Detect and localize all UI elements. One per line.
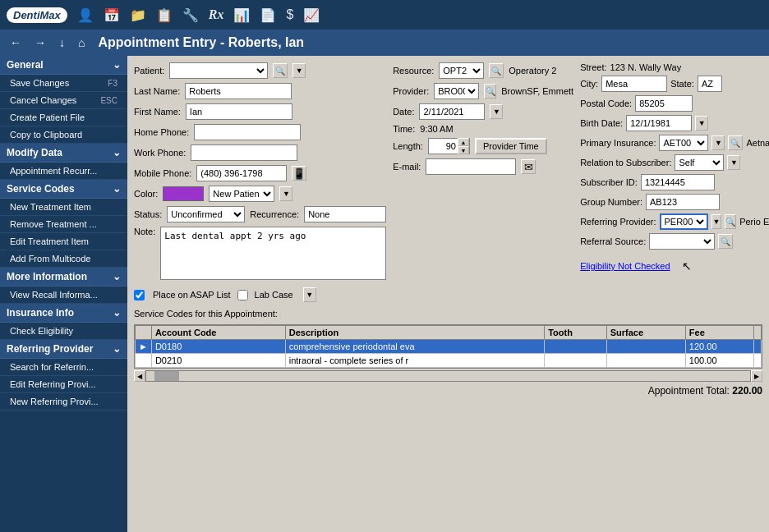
sidebar-item-edit-referring-provi[interactable]: Edit Referring Provi...: [0, 376, 127, 393]
rx-icon[interactable]: Rx: [209, 7, 224, 22]
city-input[interactable]: [601, 76, 667, 92]
sidebar-item-new-treatment-item[interactable]: New Treatment Item: [0, 199, 127, 216]
sidebar-item-add-from-multicode[interactable]: Add From Multicode: [0, 250, 127, 268]
referring-provider-dropdown-button[interactable]: ▼: [711, 214, 721, 229]
birth-date-dropdown-button[interactable]: ▼: [695, 116, 708, 131]
color-dropdown-button[interactable]: ▼: [279, 186, 292, 201]
scrollbar-thumb[interactable]: [154, 371, 179, 381]
sidebar-section-modify-data[interactable]: Modify Data ⌄: [0, 144, 127, 163]
appointment-total-label: Appointment Total:: [648, 385, 730, 397]
chart-icon[interactable]: 📊: [233, 7, 250, 23]
billing-icon[interactable]: $: [286, 7, 293, 22]
asap-dropdown-button[interactable]: ▼: [303, 287, 316, 302]
status-select[interactable]: Unconfirmed: [167, 206, 245, 222]
length-down-button[interactable]: ▼: [458, 146, 469, 154]
patient-dropdown-button[interactable]: ▼: [292, 63, 306, 78]
row-indicator: [136, 354, 152, 368]
patient-select[interactable]: [169, 62, 268, 79]
sidebar-section-general[interactable]: General ⌄: [0, 56, 127, 75]
sidebar-item-create-patient-file[interactable]: Create Patient File: [0, 109, 127, 126]
home-phone-input[interactable]: [194, 124, 301, 140]
date-dropdown-button[interactable]: ▼: [490, 104, 503, 119]
first-name-input[interactable]: [186, 103, 292, 120]
forward-button[interactable]: →: [35, 36, 46, 49]
folder-icon[interactable]: 📁: [130, 7, 146, 23]
patients-icon[interactable]: 👤: [77, 7, 94, 23]
sidebar-item-save-changes[interactable]: Save Changes F3: [0, 75, 127, 92]
note-textarea[interactable]: Last dental appt 2 yrs ago: [160, 227, 386, 280]
sidebar-item-edit-treatment-item[interactable]: Edit Treatment Item: [0, 233, 127, 250]
mobile-phone-row: Mobile Phone: 📱: [134, 165, 386, 181]
scrollbar-track[interactable]: [145, 370, 751, 382]
lab-case-checkbox[interactable]: [237, 290, 248, 300]
postal-input[interactable]: [635, 95, 693, 112]
resource-select[interactable]: OPT2: [439, 62, 484, 79]
work-phone-input[interactable]: [191, 144, 297, 161]
reports-icon[interactable]: 📈: [303, 7, 320, 23]
col-scroll: [754, 326, 762, 340]
primary-insurance-select[interactable]: AET00: [659, 135, 708, 151]
sidebar-item-copy-to-clipboard[interactable]: Copy to Clipboard: [0, 126, 127, 144]
provider-search-button[interactable]: 🔍: [484, 84, 496, 99]
referral-source-select[interactable]: [649, 233, 715, 250]
eligibility-status-link[interactable]: Eligibility Not Checked: [580, 261, 670, 271]
back-button[interactable]: ←: [10, 36, 21, 49]
sidebar-item-appointment-recurr[interactable]: Appointment Recurr...: [0, 163, 127, 180]
document-icon[interactable]: 📄: [260, 7, 276, 23]
horizontal-scrollbar[interactable]: ◀ ▶: [134, 370, 762, 382]
email-input[interactable]: [426, 158, 516, 175]
asap-label: Place on ASAP List: [153, 290, 231, 300]
last-name-input[interactable]: [185, 83, 292, 99]
length-up-button[interactable]: ▲: [458, 138, 469, 146]
sidebar-item-remove-treatment[interactable]: Remove Treatment ...: [0, 216, 127, 233]
sidebar-item-view-recall-info[interactable]: View Recall Informa...: [0, 287, 127, 304]
primary-insurance-dropdown-button[interactable]: ▼: [711, 135, 725, 150]
date-input[interactable]: [419, 103, 485, 120]
sidebar-section-service-codes[interactable]: Service Codes ⌄: [0, 180, 127, 199]
sidebar-section-referring-provider[interactable]: Referring Provider ⌄: [0, 340, 127, 359]
sidebar-item-cancel-changes[interactable]: Cancel Changes ESC: [0, 92, 127, 109]
mobile-phone-input[interactable]: [196, 165, 287, 181]
tooth-cell: [545, 354, 606, 368]
relation-select[interactable]: Self: [675, 154, 724, 171]
birth-date-input[interactable]: [626, 115, 692, 131]
table-row[interactable]: ► D0180 comprehensive periodontal eva 12…: [136, 340, 762, 354]
down-button[interactable]: ↓: [59, 36, 65, 49]
email-action-button[interactable]: ✉: [521, 159, 536, 174]
color-select[interactable]: New Patien: [209, 186, 274, 202]
mobile-phone-action-button[interactable]: 📱: [292, 166, 306, 181]
length-input[interactable]: [429, 141, 458, 151]
asap-checkbox[interactable]: [134, 290, 145, 300]
recurrence-input[interactable]: [304, 206, 386, 222]
sidebar-item-check-eligibility[interactable]: Check Eligibility: [0, 323, 127, 340]
referral-source-search-button[interactable]: 🔍: [718, 234, 733, 249]
resource-search-button[interactable]: 🔍: [489, 63, 504, 78]
street-value: 123 N. Wally Way: [610, 62, 682, 72]
street-label: Street:: [580, 62, 606, 72]
state-input[interactable]: [698, 76, 722, 92]
sidebar-section-insurance-info[interactable]: Insurance Info ⌄: [0, 304, 127, 323]
scroll-right-button[interactable]: ▶: [751, 370, 762, 382]
service-table-container[interactable]: Account Code Description Tooth Surface F…: [134, 324, 762, 369]
referring-provider-search-button[interactable]: 🔍: [725, 214, 736, 229]
relation-dropdown-button[interactable]: ▼: [727, 155, 740, 170]
tools-icon[interactable]: 🔧: [182, 7, 199, 23]
scroll-left-button[interactable]: ◀: [134, 370, 145, 382]
provider-select[interactable]: BRO00: [434, 83, 479, 99]
calendar-icon[interactable]: 📅: [104, 7, 120, 23]
clipboard-icon[interactable]: 📋: [156, 7, 173, 23]
app-logo[interactable]: DentiMax: [7, 7, 67, 23]
subscriber-id-input[interactable]: [641, 174, 715, 190]
sidebar-section-more-info[interactable]: More Information ⌄: [0, 268, 127, 287]
group-number-input[interactable]: [646, 194, 720, 210]
eligibility-row: Eligibility Not Checked ↖: [580, 259, 769, 273]
patient-search-button[interactable]: 🔍: [273, 63, 288, 78]
provider-time-button[interactable]: Provider Time: [475, 138, 547, 154]
sidebar-item-search-for-referring[interactable]: Search for Referrin...: [0, 359, 127, 376]
table-row[interactable]: D0210 intraoral - complete series of r 1…: [136, 354, 762, 368]
primary-insurance-search-button[interactable]: 🔍: [728, 135, 743, 150]
sidebar-item-new-referring-provi[interactable]: New Referring Provi...: [0, 393, 127, 410]
referring-provider-select[interactable]: PER00: [660, 213, 708, 230]
home-button[interactable]: ⌂: [78, 36, 85, 49]
provider-text: BrownSF, Emmett: [501, 86, 573, 96]
